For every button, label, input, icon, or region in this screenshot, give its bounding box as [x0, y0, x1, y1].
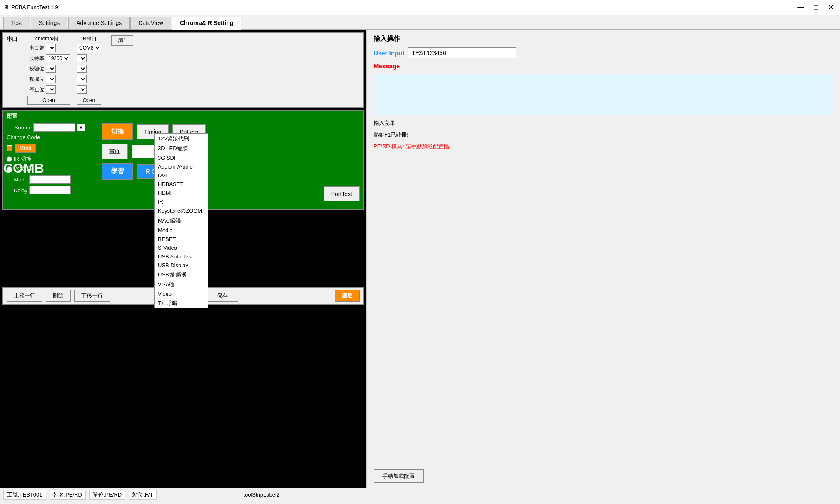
ir-port-select[interactable]: COM8	[77, 44, 101, 52]
up-row-button[interactable]: 上移一行	[7, 290, 42, 302]
status-bar: 工號:TEST001 姓名:PE/RD 單位:PE/RD 站位:F/T tool…	[0, 488, 840, 501]
title-bar-left: 🖥 PCBA FuncTest 1.9	[3, 4, 58, 10]
mode-row: Mode	[7, 175, 98, 184]
port-row: 串口號	[27, 44, 70, 52]
dropdown-item-4[interactable]: DVI	[155, 171, 208, 180]
maximize-button[interactable]: □	[810, 2, 821, 12]
tab-chroma-ir[interactable]: Chroma&IR Setting	[172, 17, 241, 30]
stop-label: 停止位	[27, 86, 44, 93]
user-input-row: User Input	[374, 47, 833, 58]
ir-check-select[interactable]	[77, 65, 87, 73]
ir-data-select[interactable]	[77, 75, 87, 83]
config-left: Source ▼ Change Code Multi	[7, 123, 98, 206]
tab-advance-settings[interactable]: Advance Settings	[68, 17, 130, 29]
chroma-check-select[interactable]	[46, 65, 56, 73]
read-button[interactable]: 讀取	[335, 290, 360, 302]
dropdown-item-6[interactable]: HDMI	[155, 189, 208, 197]
status-line3: PE/RD 模式: 請手動加載配置檔.	[374, 143, 833, 150]
dropdown-item-14[interactable]: USB Display	[155, 261, 208, 270]
right-panel: 輸入操作 User Input Message 輸入完畢 熱鍵F1已註冊! PE…	[366, 30, 840, 488]
dropdown-item-11[interactable]: RESET	[155, 235, 208, 243]
multi-button[interactable]: Multi	[15, 144, 36, 153]
user-input-label: User Input	[374, 50, 404, 57]
read1-button[interactable]: 讀1	[111, 35, 133, 46]
source-dropdown-list: 12V緊湊代刷3D LED縮膜3G SDIAudio in/AudioDVIHD…	[154, 133, 208, 308]
main-layout: 串口 chroma串口 串口號 波特率 19200 校驗位 數據位	[0, 30, 840, 488]
change-code-row: Change Code	[7, 134, 98, 140]
dropdown-item-8[interactable]: KeystoneのZOOM	[155, 206, 208, 216]
name-label: 姓名:PE/RD	[50, 490, 86, 500]
ir-data-row	[77, 75, 101, 83]
chroma-data-select[interactable]	[46, 75, 56, 83]
dropdown-item-15[interactable]: USB塊 籐湧	[155, 270, 208, 280]
stop-row: 停止位	[27, 85, 70, 94]
dropdown-item-17[interactable]: Video	[155, 290, 208, 298]
dropdown-item-1[interactable]: 3D LED縮膜	[155, 144, 208, 154]
dropdown-item-2[interactable]: 3G SDI	[155, 154, 208, 162]
check-row: 校驗位	[27, 65, 70, 73]
left-panel: 串口 chroma串口 串口號 波特率 19200 校驗位 數據位	[0, 30, 366, 488]
dropdown-item-0[interactable]: 12V緊湊代刷	[155, 134, 208, 144]
job-label: 工號:TEST001	[3, 490, 46, 500]
chroma-port-select[interactable]	[46, 44, 56, 52]
source-input[interactable]	[33, 123, 75, 132]
dropdown-item-7[interactable]: IR	[155, 197, 208, 206]
title-bar-controls: — □ ✕	[794, 2, 837, 12]
status-line1: 輸入完畢	[374, 119, 833, 127]
chroma-serial-group: chroma串口 串口號 波特率 19200 校驗位 數據位	[27, 35, 70, 105]
config-section-label: 配置	[7, 112, 17, 120]
down-row-button[interactable]: 下移一行	[74, 290, 110, 302]
ir-port-row: COM8	[77, 44, 101, 52]
delete-button[interactable]: 刪除	[46, 290, 71, 302]
chroma-open-button[interactable]: Open	[27, 96, 70, 105]
check-label: 校驗位	[27, 65, 44, 72]
dropdown-item-18[interactable]: T結呼暗	[155, 298, 208, 308]
baud-label: 波特率	[27, 55, 44, 62]
xuexi-button[interactable]: 學習	[102, 163, 133, 180]
dropdown-item-9[interactable]: MAC縮觸	[155, 216, 208, 226]
source-dropdown-button[interactable]: ▼	[77, 124, 85, 131]
config-right: 切換 Timing Pattern 畫面 學習 IR Out 添加	[102, 123, 360, 206]
pc-radio[interactable]	[7, 166, 12, 172]
ir-radio[interactable]	[7, 156, 12, 162]
title-bar: 🖥 PCBA FuncTest 1.9 — □ ✕	[0, 0, 840, 15]
dept-label: 單位:PE/RD	[89, 490, 125, 500]
dropdown-item-3[interactable]: Audio in/Audio	[155, 162, 208, 171]
chroma-baud-select[interactable]: 19200	[46, 54, 70, 62]
delay-input[interactable]	[29, 186, 71, 194]
config-section-wrapper: 配置 Source ▼ Change Code Mu	[2, 110, 364, 285]
baud-row: 波特率 19200	[27, 54, 70, 62]
porttest-button[interactable]: PortTest	[324, 186, 360, 201]
app-icon: 🖥	[3, 4, 9, 10]
ir-open-button[interactable]: Open	[77, 96, 101, 105]
chroma-stop-select[interactable]	[46, 85, 56, 94]
btn-row2: 畫面	[102, 144, 360, 159]
dropdown-item-5[interactable]: HDBASET	[155, 180, 208, 189]
dropdown-item-16[interactable]: VGA礁	[155, 280, 208, 290]
dropdown-item-10[interactable]: Media	[155, 226, 208, 235]
dropdown-item-13[interactable]: USB Auto Test	[155, 252, 208, 261]
ir-stop-row	[77, 85, 101, 94]
qiehuan-button[interactable]: 切換	[102, 123, 133, 140]
ir-group-title: IR串口	[77, 35, 101, 42]
ir-baud-select[interactable]	[77, 54, 87, 62]
tab-settings[interactable]: Settings	[31, 17, 68, 29]
status-line2: 熱鍵F1已註冊!	[374, 131, 833, 139]
tab-test[interactable]: Test	[3, 17, 30, 29]
save-button[interactable]: 保存	[207, 290, 238, 302]
huamian-button[interactable]: 畫面	[102, 144, 128, 159]
ir-baud-row	[77, 54, 101, 62]
message-box[interactable]	[374, 74, 833, 115]
manual-load-button[interactable]: 手動加載配置	[374, 469, 424, 483]
minimize-button[interactable]: —	[794, 2, 807, 12]
tab-dataview[interactable]: DataView	[130, 17, 171, 29]
app-title: PCBA FuncTest 1.9	[11, 4, 58, 10]
user-input-field[interactable]	[408, 47, 516, 58]
mode-input[interactable]	[29, 175, 71, 184]
close-button[interactable]: ✕	[825, 2, 837, 12]
serial-title: 串口	[7, 35, 17, 43]
ir-stop-select[interactable]	[77, 85, 87, 94]
data-row: 數據位	[27, 75, 70, 83]
pc-radio-row: PC切換	[7, 165, 98, 173]
dropdown-item-12[interactable]: S-Video	[155, 243, 208, 252]
